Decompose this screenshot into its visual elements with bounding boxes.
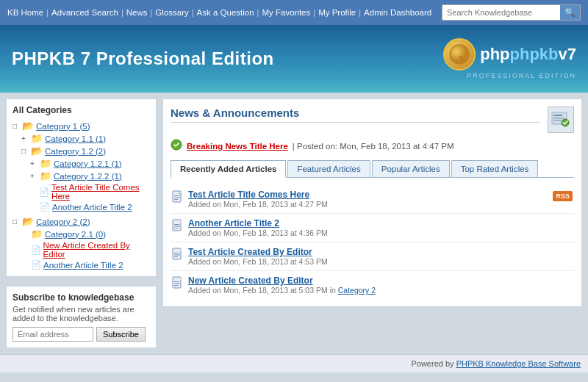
article-info: Test Article Title Comes Here Added on M…: [188, 190, 548, 209]
article-row: Test Article Created By Editor Added on …: [171, 242, 574, 271]
article-doc-icon: [172, 276, 184, 292]
article-row: Another Article Title 2 Added on Mon, Fe…: [171, 214, 574, 242]
article-date: Added on Mon, Feb 18, 2013 at 4:36 PM: [188, 228, 573, 237]
footer-link[interactable]: PHPKB Knowledge Base Software: [456, 359, 581, 368]
category-1-2-label[interactable]: Category 1.2 (2): [45, 147, 106, 156]
svg-rect-11: [174, 198, 180, 198]
folder-icon: 📁: [31, 133, 43, 144]
nav-my-profile[interactable]: My Profile: [318, 8, 356, 17]
expand-icon: +: [30, 159, 37, 167]
category-1-2-2[interactable]: + 📁 Category 1.2.2 (1): [30, 170, 150, 182]
tab-top-rated[interactable]: Top Rated Articles: [451, 160, 539, 177]
svg-rect-21: [173, 277, 181, 288]
nav-advanced-search[interactable]: Advanced Search: [51, 8, 118, 17]
article-category-link[interactable]: Category 2: [338, 286, 376, 295]
nav-glossary[interactable]: Glossary: [155, 8, 188, 17]
article-another-title-2[interactable]: 📄 Another Article Title 2: [30, 201, 150, 212]
category-2[interactable]: □ 📂 Category 2 (2): [12, 215, 150, 228]
article-another-2[interactable]: 📄 Another Article Title 2: [21, 259, 150, 270]
sidebar: All Categories □ 📂 Category 1 (5) + 📁 Ca…: [6, 98, 157, 348]
article-info: Test Article Created By Editor Added on …: [188, 247, 573, 266]
nav-kb-home[interactable]: KB Home: [7, 8, 43, 17]
folder-icon: 📂: [22, 120, 34, 131]
footer-text: Powered by PHPKB Knowledge Base Software: [411, 359, 581, 368]
subscribe-title: Subscribe to knowledgebase: [12, 292, 150, 303]
subscribe-desc: Get notified when new articles are added…: [12, 305, 150, 322]
category-1-2-1-label[interactable]: Category 1.2.1 (1): [54, 159, 122, 168]
svg-rect-18: [174, 253, 179, 253]
category-2-label[interactable]: Category 2 (2): [36, 217, 90, 226]
footer-bar: Powered by PHPKB Knowledge Base Software: [0, 354, 588, 372]
folder-icon: 📁: [31, 228, 43, 239]
subscribe-form: Subscribe: [12, 327, 150, 342]
article-new-editor[interactable]: 📄 New Article Created By Editor: [21, 240, 150, 259]
folder-icon: 📂: [31, 145, 43, 156]
main-layout: All Categories □ 📂 Category 1 (5) + 📁 Ca…: [0, 93, 588, 354]
category-1-2[interactable]: □ 📂 Category 1.2 (2): [21, 145, 150, 157]
article-test-title-label[interactable]: Test Article Title Comes Here: [51, 183, 150, 201]
article-new-editor-label[interactable]: New Article Created By Editor: [43, 241, 150, 259]
logo-badge: phpphpkbv7: [443, 38, 576, 71]
nav-ask-question[interactable]: Ask a Question: [197, 8, 254, 17]
tab-popular[interactable]: Popular Articles: [372, 160, 450, 177]
article-info: New Article Created By Editor Added on M…: [188, 275, 573, 295]
content-header: News & Announcements: [171, 107, 574, 133]
svg-rect-6: [553, 120, 561, 121]
rss-badge: RSS: [553, 191, 573, 201]
article-test-title[interactable]: 📄 Test Article Title Comes Here: [30, 182, 150, 201]
article-info: Another Article Title 2 Added on Mon, Fe…: [188, 218, 573, 237]
logo-edition: PROFESSIONAL EDITION: [467, 72, 576, 79]
expand-icon: □: [12, 122, 20, 130]
expand-icon: □: [21, 147, 29, 155]
topbar: KB Home | Advanced Search | News | Gloss…: [0, 0, 588, 25]
category-1-label[interactable]: Category 1 (5): [36, 122, 90, 131]
svg-rect-23: [174, 284, 180, 284]
svg-rect-12: [174, 199, 178, 200]
folder-icon: 📁: [40, 158, 51, 169]
svg-rect-5: [553, 118, 564, 119]
subscribe-panel: Subscribe to knowledgebase Get notified …: [6, 286, 157, 348]
article-title-link[interactable]: Test Article Title Comes Here: [188, 190, 309, 200]
svg-point-2: [459, 56, 462, 59]
svg-rect-16: [174, 228, 178, 228]
nav-my-favorites[interactable]: My Favorites: [262, 8, 310, 17]
subscribe-button[interactable]: Subscribe: [96, 327, 146, 342]
content-area: News & Announcements Break: [162, 98, 582, 307]
category-1-2-2-label[interactable]: Category 1.2.2 (1): [54, 172, 122, 181]
svg-rect-4: [553, 115, 562, 116]
expand-icon: +: [30, 172, 37, 180]
expand-icon: +: [21, 134, 29, 143]
svg-rect-15: [174, 226, 180, 227]
content-title: News & Announcements: [171, 107, 540, 123]
article-doc-icon: [172, 248, 184, 264]
article-title-link[interactable]: Another Article Title 2: [188, 218, 279, 228]
site-title: PHPKB 7 Professional Edition: [12, 48, 274, 69]
nav-news[interactable]: News: [126, 8, 148, 17]
category-2-1-label[interactable]: Category 2.1 (0): [45, 230, 106, 239]
article-red-icon: 📄: [39, 187, 49, 197]
breaking-news-date: | Posted on: Mon, Feb 18, 2013 at 4:47 P…: [293, 142, 454, 151]
svg-point-0: [450, 45, 469, 64]
search-input[interactable]: [442, 6, 560, 19]
category-1-1[interactable]: + 📁 Category 1.1 (1): [21, 132, 150, 145]
tabs: Recently Added Articles Featured Article…: [171, 160, 574, 178]
article-another-title-2-label[interactable]: Another Article Title 2: [52, 203, 132, 212]
svg-rect-10: [174, 195, 179, 196]
category-1-2-1[interactable]: + 📁 Category 1.2.1 (1): [30, 157, 150, 170]
tab-featured[interactable]: Featured Articles: [287, 160, 370, 177]
category-1[interactable]: □ 📂 Category 1 (5): [12, 120, 150, 132]
article-another-2-label[interactable]: Another Article Title 2: [43, 261, 123, 270]
email-input[interactable]: [12, 327, 93, 342]
svg-rect-22: [174, 281, 179, 282]
category-2-1[interactable]: 📁 Category 2.1 (0): [21, 228, 150, 240]
article-doc-icon: [172, 190, 184, 206]
nav-admin-dashboard[interactable]: Admin Dashboard: [364, 8, 431, 17]
category-1-1-label[interactable]: Category 1.1 (1): [45, 134, 106, 143]
article-title-link[interactable]: Test Article Created By Editor: [188, 247, 312, 257]
search-button[interactable]: 🔍: [560, 5, 580, 20]
article-date: Added on Mon, Feb 18, 2013 at 5:03 PM in…: [188, 286, 573, 295]
article-title-link[interactable]: New Article Created By Editor: [188, 275, 313, 286]
tab-recently-added[interactable]: Recently Added Articles: [171, 160, 286, 178]
svg-rect-19: [174, 255, 180, 256]
breaking-news-link[interactable]: Breaking News Title Here: [187, 142, 288, 151]
